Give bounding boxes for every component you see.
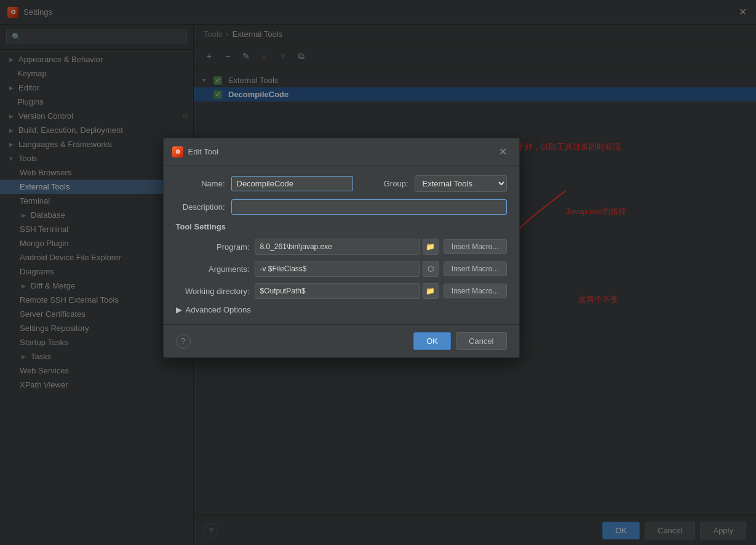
program-input[interactable]	[255, 239, 420, 255]
insert-macro-arguments-button[interactable]: Insert Macro...	[444, 261, 507, 276]
name-label: Name:	[176, 179, 225, 188]
description-row: Description:	[176, 199, 507, 215]
working-dir-browse-button[interactable]: 📁	[423, 283, 439, 299]
working-dir-row: Working directory: 📁 Insert Macro...	[176, 283, 507, 299]
modal-overlay[interactable]: ⚙ Edit Tool ✕ Name: Group: External Tool…	[0, 0, 756, 545]
program-input-group: 📁	[255, 239, 439, 255]
group-select[interactable]: External Tools	[415, 175, 507, 192]
tool-settings-header: Tool Settings	[176, 222, 507, 231]
modal-titlebar: ⚙ Edit Tool ✕	[164, 138, 519, 165]
modal-ok-button[interactable]: OK	[413, 332, 451, 350]
working-dir-label: Working directory:	[176, 287, 250, 296]
advanced-options-row[interactable]: ▶ Advanced Options	[176, 305, 507, 314]
arguments-expand-button[interactable]: ⬡	[423, 261, 439, 277]
program-browse-button[interactable]: 📁	[423, 239, 439, 255]
insert-macro-workingdir-button[interactable]: Insert Macro...	[444, 284, 507, 298]
modal-footer: ? OK Cancel	[164, 324, 519, 357]
insert-macro-program-button[interactable]: Insert Macro...	[444, 239, 507, 254]
working-dir-input[interactable]	[255, 283, 420, 299]
modal-title: Edit Tool	[188, 147, 219, 156]
name-input[interactable]	[231, 176, 353, 191]
arguments-row: Arguments: ⬡ Insert Macro...	[176, 261, 507, 277]
program-label: Program:	[176, 242, 250, 252]
working-dir-input-group: 📁	[255, 283, 439, 299]
arguments-label: Arguments:	[176, 265, 250, 274]
modal-close-button[interactable]: ✕	[495, 145, 511, 159]
modal-body: Name: Group: External Tools Description:…	[164, 165, 519, 324]
description-label: Description:	[176, 202, 225, 212]
modal-help-button[interactable]: ?	[176, 334, 191, 349]
arguments-input[interactable]	[255, 261, 420, 277]
modal-footer-right: OK Cancel	[413, 332, 506, 350]
edit-tool-modal: ⚙ Edit Tool ✕ Name: Group: External Tool…	[163, 138, 520, 358]
description-input[interactable]	[231, 199, 507, 215]
program-row: Program: 📁 Insert Macro...	[176, 239, 507, 255]
name-group-row: Name: Group: External Tools	[176, 175, 507, 192]
group-label: Group:	[359, 179, 408, 188]
modal-icon: ⚙	[172, 146, 183, 157]
arguments-input-group: ⬡	[255, 261, 439, 277]
modal-cancel-button[interactable]: Cancel	[456, 332, 506, 350]
advanced-options-label: Advanced Options	[186, 305, 251, 314]
advanced-options-arrow: ▶	[176, 305, 182, 314]
